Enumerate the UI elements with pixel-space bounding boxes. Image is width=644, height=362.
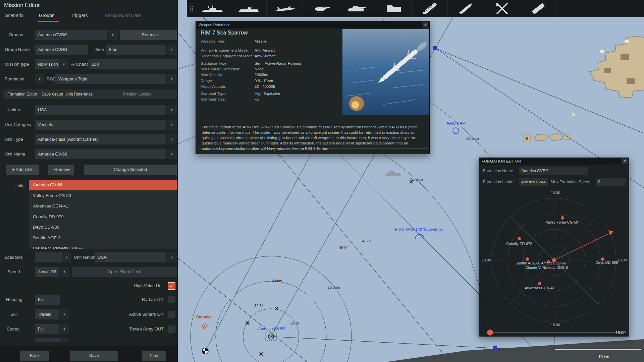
america-cvbg-label: America CVBG xyxy=(258,326,285,331)
tool-folder-button[interactable] xyxy=(375,0,412,17)
chevron-down-icon[interactable]: ▼ xyxy=(60,309,69,319)
side-select-value[interactable]: Blue xyxy=(106,45,166,55)
tool-helicopter-button[interactable] xyxy=(303,0,339,17)
tab-background-data[interactable]: Background Data xyxy=(105,13,141,18)
chevron-down-icon[interactable]: ▼ xyxy=(167,74,177,84)
weapon-description: The naval variant of the AIM-7 the RIM-7… xyxy=(198,122,428,148)
toolbar-grip-icon[interactable] xyxy=(190,6,194,12)
loadouts-select-value[interactable] xyxy=(35,252,62,262)
list-item-unit[interactable]: Arkansas CGN-41 xyxy=(29,201,177,212)
chevron-down-icon[interactable]: ▼ xyxy=(167,149,177,159)
formation-unit-dot[interactable] xyxy=(538,282,541,285)
save-button[interactable]: Save xyxy=(70,351,118,361)
chevron-down-icon[interactable]: ▼ xyxy=(108,30,118,40)
tab-scenario[interactable]: Scenario xyxy=(5,13,23,18)
roe-select-value[interactable]: Weapons Tight xyxy=(55,74,166,84)
group-name-input[interactable]: America CVBG xyxy=(35,45,88,55)
chevron-down-icon[interactable]: ▼ xyxy=(62,252,71,262)
formation-unit-dot[interactable] xyxy=(561,216,564,220)
open-flight-deck-button[interactable]: Open Flight Deck xyxy=(72,267,177,277)
island-terrain-patch xyxy=(604,68,611,73)
formation-unit-dot[interactable] xyxy=(526,257,529,261)
chance-input[interactable]: 100 xyxy=(89,59,177,69)
friendly-unit-square[interactable] xyxy=(433,46,437,50)
field-value: 2300kts xyxy=(255,72,268,77)
radars-checkbox[interactable] xyxy=(168,296,175,303)
tool-tools-button[interactable] xyxy=(484,0,520,17)
nation-select-value[interactable]: USA xyxy=(35,105,166,115)
unit-category-select-value[interactable]: Vessels xyxy=(35,120,166,130)
tool-carrier-button[interactable] xyxy=(230,0,267,17)
play-button[interactable]: Play xyxy=(142,351,166,361)
chevron-down-icon[interactable]: ▼ xyxy=(167,120,177,130)
chevron-down-icon[interactable]: ▼ xyxy=(60,324,69,334)
friendly-unit-square[interactable] xyxy=(493,346,497,350)
formation-unit-dot[interactable] xyxy=(518,237,521,240)
chevron-down-icon[interactable]: ▼ xyxy=(59,59,68,69)
chevron-down-icon[interactable]: ▼ xyxy=(167,252,177,262)
remove-group-button[interactable]: - Remove xyxy=(120,30,177,40)
unit-nation-select-value[interactable]: USA xyxy=(95,252,166,262)
tool-pencil-button[interactable] xyxy=(448,0,484,17)
formation-unit-label: Arkansas CGN-41 xyxy=(525,286,554,290)
speed-label: Speed xyxy=(7,267,20,277)
active-sonars-label: Active Sonars ON xyxy=(129,309,164,319)
tab-groups[interactable]: Groups xyxy=(39,13,54,18)
chevron-down-icon[interactable] xyxy=(60,338,69,342)
formation-dropdown[interactable]: ▼ xyxy=(35,74,44,84)
list-item-unit[interactable]: America CV-66 xyxy=(29,180,177,190)
unit-name-select-value[interactable]: America CV-66 xyxy=(35,149,166,159)
towed-array-checkbox[interactable] xyxy=(168,325,175,333)
mission-type-label: Mission type xyxy=(5,59,29,69)
list-item-unit[interactable]: Seattle AOE-3 xyxy=(29,233,177,243)
back-button[interactable]: Back xyxy=(20,351,49,361)
change-selected-button[interactable]: Change Selected xyxy=(84,165,177,175)
heading-input[interactable]: 65 xyxy=(35,295,60,305)
close-icon[interactable]: x xyxy=(423,22,428,27)
list-item-unit[interactable]: Conolly DD-979 xyxy=(29,212,177,222)
position-locked-toggle[interactable]: Position Locked xyxy=(123,89,152,99)
list-item-unit[interactable]: Deyo DD-989 xyxy=(29,222,177,233)
save-group-button[interactable]: Save Group xyxy=(42,89,63,99)
stores-select-value[interactable]: Full xyxy=(35,324,59,334)
clipped-dropdown[interactable] xyxy=(35,338,60,342)
list-item-unit[interactable]: Claude V. Ricketts DDG-5 xyxy=(29,243,177,249)
tool-warship-button[interactable] xyxy=(194,0,230,17)
high-value-checkbox[interactable] xyxy=(168,282,175,290)
america-cvbg-marker[interactable] xyxy=(268,334,274,339)
tab-triggers[interactable]: Triggers xyxy=(71,13,88,18)
mission-type-value[interactable]: No Mission xyxy=(35,59,59,69)
chevron-down-icon[interactable]: ▼ xyxy=(60,267,69,277)
quartered-circle-marker[interactable] xyxy=(202,348,208,354)
speed-select-value[interactable]: Ahead 2/3 xyxy=(35,267,59,277)
towed-array-label: Towed Array OUT xyxy=(129,324,164,334)
list-item-unit[interactable]: Valley Forge CG-50 xyxy=(29,190,177,201)
window-titlebar[interactable]: Weapon Reference xyxy=(196,21,429,28)
groups-select-value[interactable]: America CVBG xyxy=(35,30,107,40)
formation-scale-slider-knob[interactable] xyxy=(487,329,493,336)
tool-eraser-button[interactable] xyxy=(520,0,556,17)
chevron-down-icon[interactable]: ▼ xyxy=(167,45,177,55)
chevron-down-icon[interactable]: ▼ xyxy=(167,134,177,144)
formation-polar-chart[interactable]: 10.00 10.00 10.00 10.00 Valley Forge CG-… xyxy=(479,158,630,337)
field-label: Max Velocity: xyxy=(201,72,223,77)
field-value: High Explosive xyxy=(255,91,280,96)
unit-reference-button[interactable]: Unit Reference xyxy=(66,89,93,99)
sonars-checkbox[interactable] xyxy=(168,311,175,318)
groups-label: Groups xyxy=(9,30,23,40)
weapon-name: RIM-7 Sea Sparrow xyxy=(201,30,248,36)
island-tiny xyxy=(572,113,575,116)
tool-ruler-button[interactable] xyxy=(412,0,448,17)
chevron-down-icon[interactable]: ▼ xyxy=(167,105,177,115)
field-value: 52 - 40000ft xyxy=(255,84,275,89)
aaw-cap-label: AAW CAP xyxy=(447,121,465,126)
tool-aircraft-button[interactable] xyxy=(267,0,303,17)
formation-editor-button[interactable]: Formation Editor xyxy=(7,89,37,99)
unit-type-label: Unit Type xyxy=(5,134,23,144)
tool-tank-button[interactable] xyxy=(339,0,375,17)
skill-select-value[interactable]: Trained xyxy=(35,309,59,319)
formation-unit-label: Valley Forge CG-50 xyxy=(546,220,578,224)
unit-type-select-value[interactable]: America-class (Aircraft Carrier) xyxy=(35,134,166,144)
add-unit-button[interactable]: + Add Unit xyxy=(6,165,39,175)
remove-unit-button[interactable]: - Remove xyxy=(48,165,74,175)
